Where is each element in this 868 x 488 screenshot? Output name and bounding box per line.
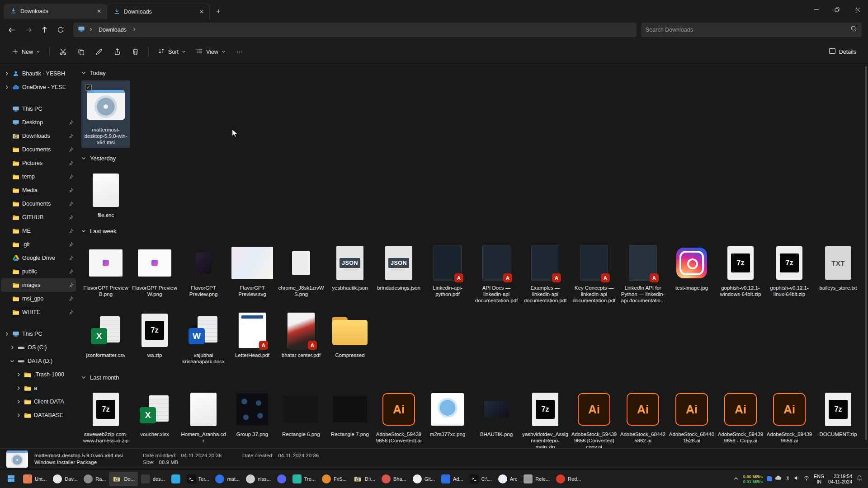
sidebar-item-os-c[interactable]: OS (C:) (1, 341, 76, 354)
taskbar-app-explorer-d[interactable]: D:\... (350, 472, 378, 486)
taskbar-app-terminal[interactable]: >_Ter... (184, 472, 212, 486)
file-tile-flavorgpt-preview-svg[interactable]: FlavorGPT Preview.svg (228, 239, 277, 300)
chevron-right-icon[interactable] (15, 413, 21, 418)
group-header[interactable]: Yesterday (81, 151, 866, 165)
file-tile-group-37-png[interactable]: Group 37.png (228, 385, 277, 440)
file-tile-rectangle-6-png[interactable]: Rectangle 6.png (277, 385, 326, 440)
delete-button[interactable] (127, 44, 144, 60)
file-tile-yesbhautik-json[interactable]: JSONyesbhautik.json (326, 239, 374, 293)
sidebar-item-this-pc[interactable]: This PC (1, 327, 76, 341)
sort-button[interactable]: Sort (153, 44, 190, 60)
sidebar-item-a[interactable]: a (1, 381, 76, 395)
tab-close-icon[interactable]: ✕ (198, 8, 206, 16)
sidebar-item-me[interactable]: ME (1, 224, 76, 238)
file-tile-gophish-v0-12-1-windows-64bit-zip[interactable]: 7zgophish-v0.12.1-windows-64bit.zip (716, 239, 765, 300)
file-tile-api-docs-linkedin-api-documentation-pdf[interactable]: AAPI Docs — linkedin-api documentation.p… (472, 239, 521, 306)
file-tile-adobestock-594399656-converted-copy-ai[interactable]: AiAdobeStock_594399656 [Converted] copy.… (570, 385, 618, 448)
taskbar-app-github[interactable]: Git... (410, 472, 438, 486)
file-tile-letterhead-pdf[interactable]: ALetterHead.pdf (228, 306, 277, 361)
file-tile-document-zip[interactable]: 7zDOCUMENT.zip (814, 385, 863, 440)
chevron-right-icon[interactable] (4, 71, 9, 76)
sidebar-item-database[interactable]: DATABASE (1, 408, 76, 422)
file-tile-yashvidotdev-assignmentrepo-main-zip[interactable]: 7zyashvidotdev_AssignmentRepo-main.zip (521, 385, 570, 448)
file-tile-vajubhai-krishanapark-docx[interactable]: Wvajubhai krishanapark.docx (179, 306, 228, 367)
network-speed-widget[interactable]: 0.00 MB/s 0.01 MB/s (743, 474, 763, 484)
chevron-right-icon[interactable] (15, 399, 21, 404)
rename-button[interactable] (90, 44, 108, 60)
sidebar-item-public[interactable]: public (1, 265, 76, 278)
group-header[interactable]: Last month (81, 371, 866, 384)
taskbar-app-arc[interactable]: Arc (495, 472, 521, 486)
sidebar-item-data-d[interactable]: DATA (D:) (1, 354, 76, 368)
sidebar-item-media[interactable]: Media (1, 183, 76, 197)
new-button[interactable]: New (7, 44, 45, 60)
group-header[interactable]: Today (81, 66, 866, 80)
close-button[interactable] (847, 0, 868, 19)
up-button[interactable] (36, 23, 52, 37)
file-tile-voucher-xlsx[interactable]: Xvoucher.xlsx (130, 385, 179, 440)
sidebar-item-white[interactable]: WHITE (1, 305, 76, 319)
file-tile-brindadesings-json[interactable]: JSONbrindadesings.json (374, 239, 423, 293)
tab-downloads[interactable]: Downloads✕ (107, 4, 210, 19)
taskbar-app-trello[interactable]: Tro... (289, 472, 319, 486)
cut-button[interactable] (54, 44, 71, 60)
sidebar-item-bhautik-yesbh[interactable]: Bhautik - YESBH (1, 67, 76, 80)
file-tile-chrome-j8sk1zrvws-png[interactable]: chrome_J8sk1zrvWS.png (277, 239, 326, 300)
address-bar[interactable]: Downloads (73, 23, 637, 37)
taskbar-app-bhautik[interactable]: Bha... (378, 472, 410, 486)
file-tile-flavorgpt-preview-b-png[interactable]: FlavorGPT Preview B.png (81, 239, 130, 300)
sidebar-item-documents[interactable]: Documents (1, 197, 76, 211)
taskbar-app-adobe[interactable]: Ad... (438, 472, 467, 486)
file-tile-examples-linkedin-api-documentation-pdf[interactable]: AExamples — linkedin-api documentation.p… (521, 239, 570, 306)
file-tile-rectangle-7-png[interactable]: Rectangle 7.png (326, 385, 374, 440)
search-box[interactable] (641, 23, 862, 37)
chevron-down-icon[interactable] (9, 359, 15, 363)
file-tile-jsonformatter-csv[interactable]: Xjsonformatter.csv (81, 306, 130, 361)
file-tile-linkedin-api-for-python-linkedin-api-documentatio[interactable]: ALinkedIn API for Python — linkedin-api … (618, 239, 667, 306)
file-tile-linkedin-api-python-pdf[interactable]: ALinkedin-api-python.pdf (423, 239, 472, 300)
bluetooth-icon[interactable] (785, 475, 791, 483)
tray-app-icon[interactable] (767, 476, 772, 481)
file-tile-mattermost-desktop-5-9-0-win-x64-msi[interactable]: ✓mattermost-desktop-5.9.0-win-x64.msi (81, 80, 130, 148)
wifi-icon[interactable] (803, 475, 810, 483)
taskbar-app-design[interactable]: des... (138, 472, 168, 486)
sidebar-item-desktop[interactable]: Desktop (1, 116, 76, 129)
sidebar-item-temp[interactable]: temp (1, 170, 76, 183)
search-input[interactable] (646, 27, 850, 33)
share-button[interactable] (108, 44, 126, 60)
forward-button[interactable] (20, 23, 36, 37)
taskbar-app-untitled[interactable]: Unt... (20, 472, 50, 486)
scrollbar-thumb[interactable] (865, 66, 867, 440)
hidden-icons-chevron[interactable] (733, 475, 739, 483)
file-tile-file-enc[interactable]: file.enc (81, 166, 130, 221)
chevron-right-icon[interactable] (9, 345, 15, 350)
group-header[interactable]: Last week (81, 224, 866, 238)
taskbar-app-vscode[interactable] (168, 472, 184, 486)
file-tile-adobestock-594399656-copy-ai[interactable]: AiAdobeStock_594399656 - Copy.ai (716, 385, 765, 446)
sidebar-item-this-pc[interactable]: This PC (1, 102, 76, 116)
sidebar-item-onedrive-yese[interactable]: OneDrive - YESE (1, 80, 76, 94)
chevron-right-icon[interactable] (4, 332, 9, 336)
file-tile-adobestock-594399656-converted-ai[interactable]: AiAdobeStock_594399656 [Converted].ai (374, 385, 423, 446)
taskbar-app-nissan[interactable]: niss... (243, 472, 274, 486)
file-tile-flavorgpt-preview-w-png[interactable]: FlavorGPT Preview W.png (130, 239, 179, 300)
file-tile-gophish-v0-12-1-linux-64bit-zip[interactable]: 7zgophish-v0.12.1-linux-64bit.zip (765, 239, 814, 300)
file-tile-flavorgpt-preview-png[interactable]: FlavorGPT Preview.png (179, 239, 228, 300)
back-button[interactable] (4, 23, 20, 37)
sidebar-item-git[interactable]: .git (1, 238, 76, 251)
file-tile-key-concepts-linkedin-api-documentation-pdf[interactable]: AKey Concepts — linkedin-api documentati… (570, 239, 618, 306)
taskbar-app-release[interactable]: Rele... (520, 472, 553, 486)
chevron-right-icon[interactable] (15, 372, 21, 377)
sidebar-item-client-data[interactable]: Client DATA (1, 395, 76, 408)
file-tile-test-image-jpg[interactable]: test-image.jpg (667, 239, 716, 293)
refresh-button[interactable] (52, 23, 69, 37)
view-button[interactable]: View (191, 44, 230, 60)
language-indicator[interactable]: ENG IN (814, 474, 824, 484)
details-pane-button[interactable]: Details (824, 44, 861, 60)
file-tile-compressed[interactable]: Compressed (326, 306, 374, 361)
notification-bell-icon[interactable] (856, 475, 863, 483)
tab-close-icon[interactable]: ✕ (95, 7, 103, 15)
sidebar-item-trash-1000[interactable]: .Trash-1000 (1, 368, 76, 381)
chevron-right-icon[interactable] (4, 85, 9, 89)
checkbox-checked-icon[interactable]: ✓ (85, 84, 92, 91)
